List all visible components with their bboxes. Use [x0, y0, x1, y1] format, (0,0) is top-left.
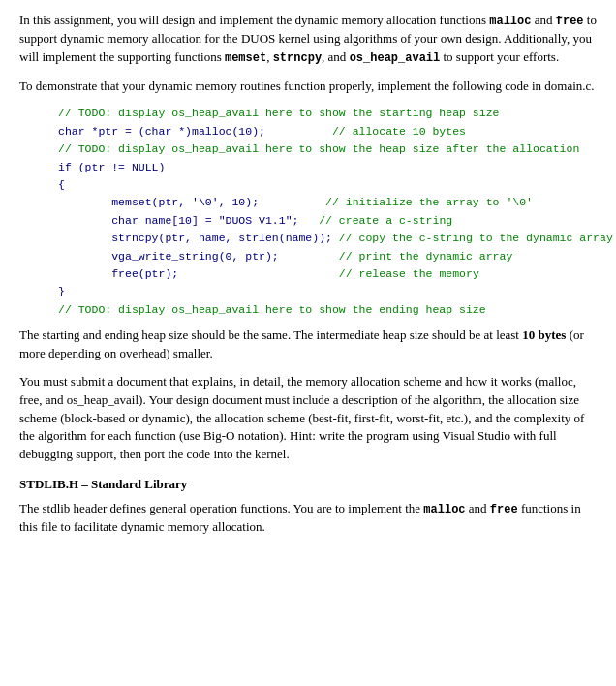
- code-comment-10: // release the memory: [339, 265, 479, 283]
- paragraph-3: The starting and ending heap size should…: [19, 327, 597, 363]
- para1-os-heap-avail: os_heap_avail: [350, 51, 441, 65]
- para1-memset: memset: [225, 51, 266, 65]
- code-line-10: free(ptr); // release the memory: [58, 265, 597, 283]
- section-title-text: STDLIB.H – Standard Library: [19, 477, 187, 491]
- code-text-4: if (ptr != NULL): [58, 159, 165, 176]
- code-line-7: char name[10] = "DUOS V1.1"; // create a…: [58, 212, 597, 230]
- code-line-4: if (ptr != NULL): [58, 159, 597, 176]
- code-text-2: char *ptr = (char *)malloc(10);: [58, 123, 332, 140]
- paragraph-1: In this assignment, you will design and …: [19, 12, 597, 68]
- paragraph-5: The stdlib header defines general operat…: [19, 500, 597, 537]
- para3-bold: 10 bytes: [522, 327, 566, 342]
- main-content: In this assignment, you will design and …: [19, 12, 597, 537]
- para1-text5: , and: [322, 49, 350, 64]
- para1-text1: In this assignment, you will design and …: [19, 13, 489, 27]
- code-line-5: {: [58, 176, 597, 194]
- code-todo1-text: // TODO: display os_heap_avail here to s…: [58, 105, 499, 122]
- code-todo2-text: // TODO: display os_heap_avail here to s…: [58, 140, 579, 158]
- code-line-todo1: // TODO: display os_heap_avail here to s…: [58, 105, 597, 122]
- code-comment-9: // print the dynamic array: [339, 248, 512, 265]
- para1-free: free: [556, 15, 584, 28]
- code-text-6: memset(ptr, '\0', 10);: [58, 194, 325, 211]
- code-comment-6: // initialize the array to '\0': [325, 194, 533, 211]
- para1-text2: and: [531, 13, 555, 27]
- code-comment-7: // create a c-string: [319, 212, 452, 230]
- para2-text: To demonstrate that your dynamic memory …: [19, 78, 595, 93]
- code-line-todo2: // TODO: display os_heap_avail here to s…: [58, 140, 597, 158]
- code-block: // TODO: display os_heap_avail here to s…: [58, 105, 597, 319]
- code-text-5: {: [58, 176, 65, 194]
- code-text-7: char name[10] = "DUOS V1.1";: [58, 212, 319, 230]
- code-text-10: free(ptr);: [58, 265, 339, 283]
- code-line-todo3: // TODO: display os_heap_avail here to s…: [58, 301, 597, 319]
- code-line-2: char *ptr = (char *)malloc(10); // alloc…: [58, 123, 597, 140]
- para5-text2: and: [466, 501, 490, 515]
- para1-text6: to support your efforts.: [440, 49, 559, 64]
- para1-strncpy: strncpy: [273, 51, 322, 65]
- para5-free: free: [490, 503, 518, 516]
- code-line-6: memset(ptr, '\0', 10); // initialize the…: [58, 194, 597, 211]
- code-todo3-text: // TODO: display os_heap_avail here to s…: [58, 301, 486, 319]
- code-line-8: strncpy(ptr, name, strlen(name)); // cop…: [58, 230, 597, 247]
- code-text-8: strncpy(ptr, name, strlen(name));: [58, 230, 339, 247]
- paragraph-2: To demonstrate that your dynamic memory …: [19, 78, 597, 96]
- para5-text1: The stdlib header defines general operat…: [19, 501, 423, 515]
- paragraph-4: You must submit a document that explains…: [19, 373, 597, 464]
- code-comment-8: // copy the c-string to the dynamic arra…: [339, 230, 613, 247]
- code-line-11: }: [58, 283, 597, 300]
- section-title-stdlib: STDLIB.H – Standard Library: [19, 476, 597, 494]
- para3-text1: The starting and ending heap size should…: [19, 327, 522, 342]
- code-text-11: }: [58, 283, 65, 300]
- code-comment-2: // allocate 10 bytes: [332, 123, 466, 140]
- para4-text: You must submit a document that explains…: [19, 374, 584, 461]
- code-text-9: vga_write_string(0, ptr);: [58, 248, 339, 265]
- para1-malloc: malloc: [489, 15, 531, 28]
- code-line-9: vga_write_string(0, ptr); // print the d…: [58, 248, 597, 265]
- para5-malloc: malloc: [423, 503, 465, 516]
